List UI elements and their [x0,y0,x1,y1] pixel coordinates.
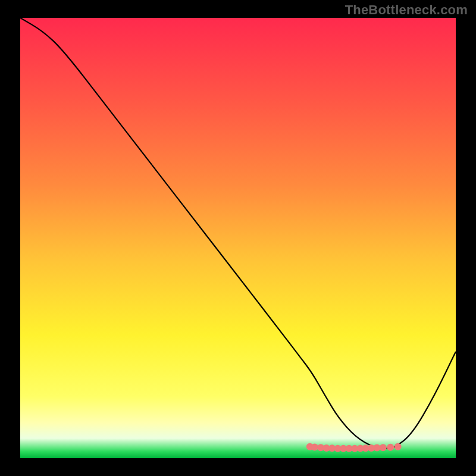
marker-point [394,443,402,450]
marker-point [380,444,387,451]
marker-point [374,444,381,452]
gradient-background [20,18,456,458]
watermark-text: TheBottleneck.com [345,2,468,18]
chart-frame: TheBottleneck.com [0,0,476,476]
plot-area [20,18,456,458]
marker-point [311,444,318,451]
marker-point [387,444,394,451]
chart-svg [20,18,456,458]
